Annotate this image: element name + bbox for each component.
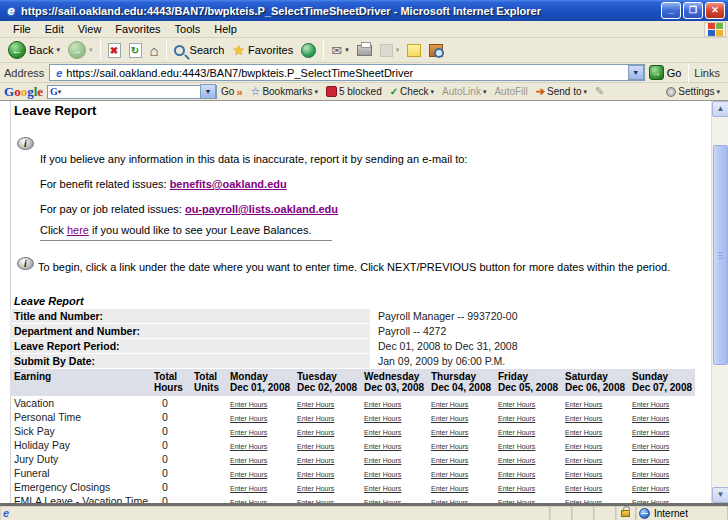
favorites-button[interactable]: ★ Favorites [228,42,297,58]
search-button[interactable]: Search [170,43,229,57]
back-button[interactable]: ← Back ▾ [4,40,64,60]
settings-button[interactable]: Settings ▾ [662,86,724,97]
enter-hours-link[interactable]: Enter Hours [498,471,535,478]
enter-hours-link[interactable]: Enter Hours [297,471,334,478]
scroll-up-icon[interactable]: ▲ [712,101,728,117]
bookmarks-button[interactable]: ☆ Bookmarks ▾ [247,85,322,98]
enter-hours-link[interactable]: Enter Hours [431,443,468,450]
scroll-down-icon[interactable]: ▼ [712,487,728,503]
address-dropdown-icon[interactable]: ▼ [628,65,644,80]
enter-hours-link[interactable]: Enter Hours [297,415,334,422]
mail-button[interactable]: ✉ ▾ [327,42,352,59]
google-search-input[interactable]: G ▾ ▼ [47,85,217,99]
enter-hours-link[interactable]: Enter Hours [364,429,401,436]
enter-hours-link[interactable]: Enter Hours [431,485,468,492]
enter-hours-link[interactable]: Enter Hours [297,499,334,503]
enter-hours-link[interactable]: Enter Hours [297,429,334,436]
enter-hours-link[interactable]: Enter Hours [498,499,535,503]
enter-hours-link[interactable]: Enter Hours [565,429,602,436]
enter-hours-link[interactable]: Enter Hours [230,429,267,436]
enter-hours-link[interactable]: Enter Hours [364,485,401,492]
enter-hours-link[interactable]: Enter Hours [632,457,669,464]
back-dropdown-icon[interactable]: ▾ [56,46,60,54]
enter-hours-link[interactable]: Enter Hours [230,401,267,408]
restore-button[interactable]: ❐ [683,2,703,19]
enter-hours-link[interactable]: Enter Hours [297,485,334,492]
enter-hours-link[interactable]: Enter Hours [297,457,334,464]
enter-hours-link[interactable]: Enter Hours [297,443,334,450]
enter-hours-link[interactable]: Enter Hours [632,499,669,503]
sendto-button[interactable]: ➔ Send to ▾ [532,85,591,98]
menu-file[interactable]: File [6,23,38,35]
enter-hours-link[interactable]: Enter Hours [431,499,468,503]
enter-hours-link[interactable]: Enter Hours [632,443,669,450]
enter-hours-link[interactable]: Enter Hours [565,457,602,464]
vertical-scrollbar[interactable]: ▲ ▼ [711,101,728,503]
enter-hours-link[interactable]: Enter Hours [632,401,669,408]
google-search-dropdown-icon[interactable]: ▼ [200,84,216,99]
mail-dropdown-icon[interactable]: ▾ [345,46,349,54]
benefits-email-link[interactable]: benefits@oakland.edu [170,178,287,190]
menu-edit[interactable]: Edit [38,23,71,35]
enter-hours-link[interactable]: Enter Hours [364,443,401,450]
enter-hours-link[interactable]: Enter Hours [632,485,669,492]
enter-hours-link[interactable]: Enter Hours [565,499,602,503]
research-button[interactable] [425,43,447,58]
enter-hours-link[interactable]: Enter Hours [364,457,401,464]
enter-hours-link[interactable]: Enter Hours [565,485,602,492]
enter-hours-link[interactable]: Enter Hours [498,485,535,492]
forward-button[interactable]: → ▾ [64,40,97,60]
discuss-button[interactable] [403,43,425,58]
go-button[interactable]: → Go [649,65,682,80]
enter-hours-link[interactable]: Enter Hours [632,429,669,436]
google-g-dropdown-icon[interactable]: ▾ [58,88,62,96]
enter-hours-link[interactable]: Enter Hours [230,415,267,422]
enter-hours-link[interactable]: Enter Hours [431,471,468,478]
enter-hours-link[interactable]: Enter Hours [632,471,669,478]
menu-favorites[interactable]: Favorites [108,23,167,35]
address-input[interactable]: e https://sail.oakland.edu:4443/BAN7/bwp… [49,64,644,81]
enter-hours-link[interactable]: Enter Hours [364,471,401,478]
enter-hours-link[interactable]: Enter Hours [498,457,535,464]
highlight-button[interactable]: ✎ [591,85,608,98]
enter-hours-link[interactable]: Enter Hours [498,443,535,450]
spellcheck-button[interactable]: ✓ Check ▾ [386,86,438,97]
print-button[interactable] [353,44,376,57]
enter-hours-link[interactable]: Enter Hours [230,499,267,503]
enter-hours-link[interactable]: Enter Hours [230,471,267,478]
home-button[interactable]: ⌂ [146,42,163,59]
enter-hours-link[interactable]: Enter Hours [230,457,267,464]
enter-hours-link[interactable]: Enter Hours [498,429,535,436]
close-button[interactable]: ✕ [705,2,725,19]
scrollbar-thumb[interactable] [713,145,728,365]
enter-hours-link[interactable]: Enter Hours [431,415,468,422]
menu-view[interactable]: View [71,23,109,35]
payroll-email-link[interactable]: ou-payroll@lists.oakland.edu [185,203,338,215]
enter-hours-link[interactable]: Enter Hours [565,415,602,422]
refresh-button[interactable]: ↻ [125,42,146,59]
enter-hours-link[interactable]: Enter Hours [297,401,334,408]
edit-button[interactable]: ▾ [376,43,404,58]
menu-help[interactable]: Help [207,23,244,35]
enter-hours-link[interactable]: Enter Hours [498,415,535,422]
enter-hours-link[interactable]: Enter Hours [431,401,468,408]
menu-tools[interactable]: Tools [168,23,208,35]
enter-hours-link[interactable]: Enter Hours [498,401,535,408]
links-label[interactable]: Links [694,67,720,79]
enter-hours-link[interactable]: Enter Hours [565,443,602,450]
stop-button[interactable]: ✖ [104,42,125,59]
enter-hours-link[interactable]: Enter Hours [565,401,602,408]
enter-hours-link[interactable]: Enter Hours [230,485,267,492]
enter-hours-link[interactable]: Enter Hours [364,499,401,503]
history-button[interactable] [297,42,320,59]
minimize-button[interactable]: _ [661,2,681,19]
enter-hours-link[interactable]: Enter Hours [364,415,401,422]
enter-hours-link[interactable]: Enter Hours [431,457,468,464]
enter-hours-link[interactable]: Enter Hours [431,429,468,436]
enter-hours-link[interactable]: Enter Hours [230,443,267,450]
enter-hours-link[interactable]: Enter Hours [565,471,602,478]
enter-hours-link[interactable]: Enter Hours [364,401,401,408]
leave-balances-link[interactable]: here [67,224,89,236]
google-go-button[interactable]: Go » [217,86,246,98]
enter-hours-link[interactable]: Enter Hours [632,415,669,422]
